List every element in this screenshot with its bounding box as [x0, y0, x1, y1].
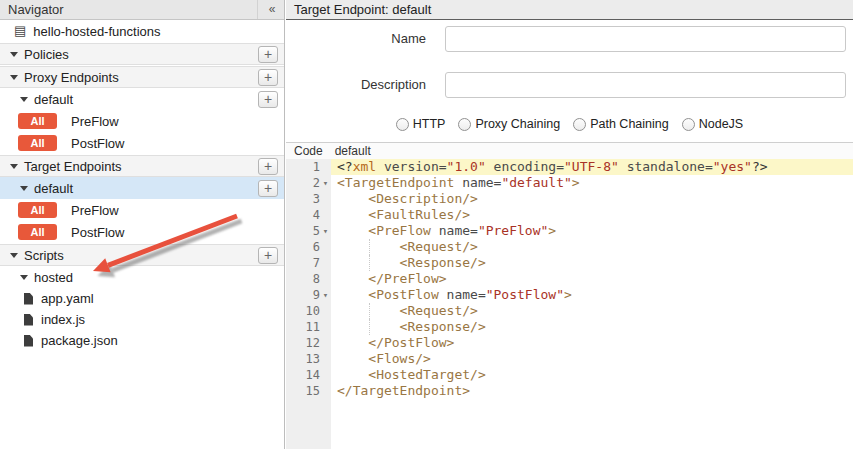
name-input[interactable] [445, 26, 846, 52]
endpoint-label: default [34, 181, 73, 196]
code-line-8[interactable]: 8 </PreFlow> [286, 271, 853, 287]
panel-title: Target Endpoint: default [294, 2, 431, 17]
add-flow-button[interactable]: + [258, 91, 278, 108]
gutter-line-number: 15 [286, 383, 331, 399]
endpoint-type-radios: HTTP Proxy Chaining Path Chaining NodeJS [286, 117, 853, 131]
gutter-line-number: 5▾ [286, 223, 331, 239]
add-proxy-endpoint-button[interactable]: + [258, 69, 278, 86]
nav-item-proxy-postflow[interactable]: All PostFlow [0, 132, 284, 154]
code-line-10[interactable]: 10 <Request/> [286, 303, 853, 319]
gutter-filler [286, 399, 853, 449]
detail-panel: Target Endpoint: default Name Descriptio… [286, 0, 853, 449]
flow-label: PostFlow [71, 225, 124, 240]
all-badge: All [18, 135, 57, 151]
section-label: Policies [24, 47, 69, 62]
code-line-11[interactable]: 11 <Response/> [286, 319, 853, 335]
navigator-panel: Navigator « ▤ hello-hosted-functions Pol… [0, 0, 285, 449]
gutter-line-number: 6 [286, 239, 331, 255]
add-flow-button[interactable]: + [258, 180, 278, 197]
nav-item-file-package-json[interactable]: package.json [0, 330, 284, 351]
code-line-6[interactable]: 6 <Request/> [286, 239, 853, 255]
radio-label: HTTP [413, 117, 446, 131]
chevron-down-icon[interactable] [20, 97, 28, 102]
nav-section-policies[interactable]: Policies + [0, 43, 284, 65]
chevron-down-icon[interactable] [20, 275, 28, 280]
folder-label: hosted [34, 270, 73, 285]
code-line-13[interactable]: 13 <Flows/> [286, 351, 853, 367]
gutter-line-number: 9▾ [286, 287, 331, 303]
file-icon [24, 335, 33, 347]
fold-toggle-icon[interactable]: ▾ [320, 223, 331, 239]
code-file-label: default [335, 144, 371, 158]
file-icon [24, 314, 33, 326]
code-line-1[interactable]: 1<?xml version="1.0" encoding="UTF-8" st… [286, 159, 853, 175]
code-line-4[interactable]: 4 <FaultRules/> [286, 207, 853, 223]
chevron-down-icon[interactable] [10, 253, 18, 258]
code-line-3[interactable]: 3 <Description/> [286, 191, 853, 207]
flow-label: PreFlow [71, 114, 119, 129]
file-label: app.yaml [41, 291, 94, 306]
radio-circle-icon [682, 118, 695, 131]
radio-nodejs[interactable]: NodeJS [682, 117, 743, 131]
nav-section-target-endpoints[interactable]: Target Endpoints + [0, 155, 284, 177]
radio-circle-icon [458, 118, 471, 131]
code-line-9[interactable]: 9▾ <PostFlow name="PostFlow"> [286, 287, 853, 303]
code-line-12[interactable]: 12 </PostFlow> [286, 335, 853, 351]
nav-item-target-default[interactable]: default + [0, 177, 284, 199]
add-target-endpoint-button[interactable]: + [258, 158, 278, 175]
section-label: Scripts [24, 248, 64, 263]
nav-item-hosted-folder[interactable]: hosted [0, 266, 284, 288]
code-line-7[interactable]: 7 <Response/> [286, 255, 853, 271]
nav-item-proxy-default[interactable]: default + [0, 88, 284, 110]
gutter-line-number: 12 [286, 335, 331, 351]
chevron-down-icon[interactable] [20, 186, 28, 191]
all-badge: All [18, 224, 57, 240]
radio-proxy-chaining[interactable]: Proxy Chaining [458, 117, 560, 131]
fold-toggle-icon[interactable]: ▾ [320, 287, 331, 303]
code-tab-label: Code [294, 144, 323, 158]
nav-item-proxy-preflow[interactable]: All PreFlow [0, 110, 284, 132]
nav-section-scripts[interactable]: Scripts + [0, 244, 284, 266]
flow-label: PostFlow [71, 136, 124, 151]
chevron-down-icon[interactable] [10, 75, 18, 80]
code-line-15[interactable]: 15</TargetEndpoint> [286, 383, 853, 399]
code-line-2[interactable]: 2▾<TargetEndpoint name="default"> [286, 175, 853, 191]
name-label: Name [286, 31, 426, 46]
gutter-line-number: 4 [286, 207, 331, 223]
radio-label: NodeJS [699, 117, 743, 131]
radio-http[interactable]: HTTP [396, 117, 446, 131]
navigator-title: Navigator [8, 2, 257, 17]
code-editor-lines[interactable]: 1<?xml version="1.0" encoding="UTF-8" st… [286, 159, 853, 449]
gutter-line-number: 1 [286, 159, 331, 175]
fold-toggle-icon[interactable]: ▾ [320, 175, 331, 191]
chevron-down-icon[interactable] [10, 164, 18, 169]
section-label: Target Endpoints [24, 159, 122, 174]
file-icon [24, 293, 33, 305]
nav-item-target-postflow[interactable]: All PostFlow [0, 221, 284, 243]
gutter-line-number: 11 [286, 319, 331, 335]
section-label: Proxy Endpoints [24, 70, 119, 85]
nav-item-target-preflow[interactable]: All PreFlow [0, 199, 284, 221]
add-script-button[interactable]: + [258, 247, 278, 264]
all-badge: All [18, 202, 57, 218]
gutter-line-number: 3 [286, 191, 331, 207]
nav-item-file-index-js[interactable]: index.js [0, 309, 284, 330]
file-label: index.js [41, 312, 85, 327]
flow-label: PreFlow [71, 203, 119, 218]
nav-item-proxy-overview[interactable]: ▤ hello-hosted-functions [0, 20, 284, 42]
radio-label: Path Chaining [590, 117, 669, 131]
description-input[interactable] [445, 72, 846, 98]
code-line-14[interactable]: 14 <HostedTarget/> [286, 367, 853, 383]
nav-section-proxy-endpoints[interactable]: Proxy Endpoints + [0, 66, 284, 88]
radio-path-chaining[interactable]: Path Chaining [573, 117, 669, 131]
navigator-header: Navigator « [0, 0, 284, 20]
endpoint-label: default [34, 92, 73, 107]
gutter-line-number: 14 [286, 367, 331, 383]
radio-label: Proxy Chaining [475, 117, 560, 131]
chevron-down-icon[interactable] [10, 52, 18, 57]
nav-item-file-app-yaml[interactable]: app.yaml [0, 288, 284, 309]
file-label: package.json [41, 333, 118, 348]
code-line-5[interactable]: 5▾ <PreFlow name="PreFlow"> [286, 223, 853, 239]
add-policy-button[interactable]: + [258, 46, 278, 63]
collapse-panel-button[interactable]: « [257, 0, 284, 19]
